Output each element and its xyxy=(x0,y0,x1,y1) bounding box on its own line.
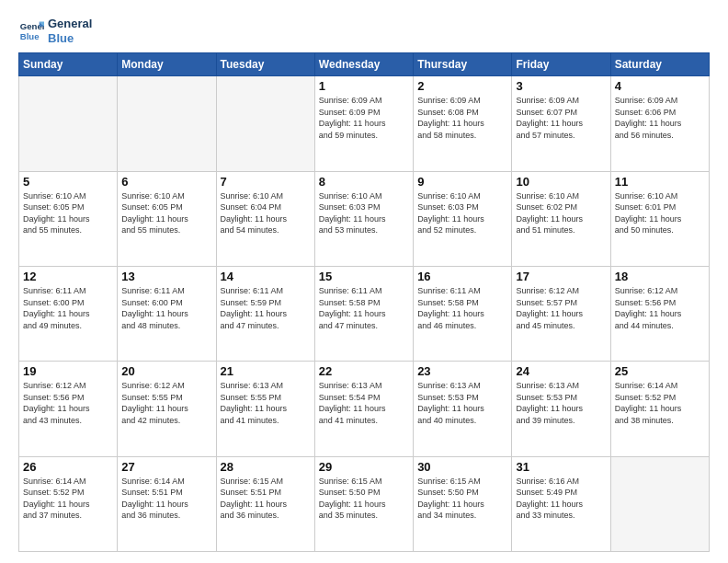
day-number: 25 xyxy=(615,364,705,378)
day-number: 28 xyxy=(221,460,311,474)
day-number: 17 xyxy=(516,270,606,283)
day-info: Sunrise: 6:10 AM Sunset: 6:05 PM Dayligh… xyxy=(121,190,211,236)
calendar-cell: 4Sunrise: 6:09 AM Sunset: 6:06 PM Daylig… xyxy=(610,76,709,171)
calendar-cell: 24Sunrise: 6:13 AM Sunset: 5:53 PM Dayli… xyxy=(512,362,610,456)
calendar-cell: 2Sunrise: 6:09 AM Sunset: 6:08 PM Daylig… xyxy=(414,76,512,171)
calendar-cell: 19Sunrise: 6:12 AM Sunset: 5:56 PM Dayli… xyxy=(19,362,118,456)
day-info: Sunrise: 6:10 AM Sunset: 6:02 PM Dayligh… xyxy=(516,190,606,236)
day-number: 24 xyxy=(516,364,606,378)
day-number: 16 xyxy=(417,270,507,283)
calendar-week-3: 12Sunrise: 6:11 AM Sunset: 6:00 PM Dayli… xyxy=(19,266,710,361)
day-info: Sunrise: 6:15 AM Sunset: 5:50 PM Dayligh… xyxy=(319,476,409,522)
day-number: 4 xyxy=(615,79,705,93)
day-number: 12 xyxy=(23,270,113,283)
day-info: Sunrise: 6:16 AM Sunset: 5:49 PM Dayligh… xyxy=(516,476,606,522)
calendar-cell: 27Sunrise: 6:14 AM Sunset: 5:51 PM Dayli… xyxy=(118,456,216,551)
day-number: 18 xyxy=(615,270,705,283)
weekday-header-row: SundayMondayTuesdayWednesdayThursdayFrid… xyxy=(19,53,710,76)
calendar-cell: 6Sunrise: 6:10 AM Sunset: 6:05 PM Daylig… xyxy=(118,171,216,266)
calendar-cell: 13Sunrise: 6:11 AM Sunset: 6:00 PM Dayli… xyxy=(118,266,216,361)
day-info: Sunrise: 6:13 AM Sunset: 5:54 PM Dayligh… xyxy=(319,380,409,426)
calendar-cell: 26Sunrise: 6:14 AM Sunset: 5:52 PM Dayli… xyxy=(19,456,118,551)
day-info: Sunrise: 6:11 AM Sunset: 5:58 PM Dayligh… xyxy=(319,285,409,331)
day-number: 7 xyxy=(221,175,311,189)
day-number: 20 xyxy=(121,364,211,378)
day-number: 6 xyxy=(121,175,211,189)
weekday-header-thursday: Thursday xyxy=(414,53,512,76)
day-info: Sunrise: 6:10 AM Sunset: 6:03 PM Dayligh… xyxy=(417,190,507,236)
day-info: Sunrise: 6:12 AM Sunset: 5:55 PM Dayligh… xyxy=(121,380,211,426)
calendar-cell xyxy=(216,76,314,171)
day-info: Sunrise: 6:13 AM Sunset: 5:53 PM Dayligh… xyxy=(516,380,606,426)
day-number: 14 xyxy=(221,270,311,283)
day-number: 13 xyxy=(121,270,211,283)
calendar-cell: 8Sunrise: 6:10 AM Sunset: 6:03 PM Daylig… xyxy=(314,171,413,266)
day-number: 2 xyxy=(417,79,507,93)
calendar-cell: 29Sunrise: 6:15 AM Sunset: 5:50 PM Dayli… xyxy=(314,456,413,551)
day-info: Sunrise: 6:10 AM Sunset: 6:01 PM Dayligh… xyxy=(615,190,705,236)
day-info: Sunrise: 6:15 AM Sunset: 5:51 PM Dayligh… xyxy=(221,476,311,522)
calendar-cell: 5Sunrise: 6:10 AM Sunset: 6:05 PM Daylig… xyxy=(19,171,118,266)
day-number: 11 xyxy=(615,175,705,189)
calendar-cell: 21Sunrise: 6:13 AM Sunset: 5:55 PM Dayli… xyxy=(216,362,314,456)
weekday-header-saturday: Saturday xyxy=(610,53,709,76)
calendar-cell: 15Sunrise: 6:11 AM Sunset: 5:58 PM Dayli… xyxy=(314,266,413,361)
day-info: Sunrise: 6:13 AM Sunset: 5:55 PM Dayligh… xyxy=(221,380,311,426)
logo: General Blue General Blue xyxy=(18,17,92,45)
calendar-cell: 23Sunrise: 6:13 AM Sunset: 5:53 PM Dayli… xyxy=(414,362,512,456)
day-info: Sunrise: 6:14 AM Sunset: 5:52 PM Dayligh… xyxy=(615,380,705,426)
calendar-table: SundayMondayTuesdayWednesdayThursdayFrid… xyxy=(18,52,710,552)
day-info: Sunrise: 6:12 AM Sunset: 5:57 PM Dayligh… xyxy=(516,285,606,331)
logo-icon: General Blue xyxy=(18,18,44,44)
calendar-cell: 1Sunrise: 6:09 AM Sunset: 6:09 PM Daylig… xyxy=(314,76,413,171)
day-number: 9 xyxy=(417,175,507,189)
header: General Blue General Blue xyxy=(18,17,710,45)
weekday-header-monday: Monday xyxy=(118,53,216,76)
calendar-cell: 18Sunrise: 6:12 AM Sunset: 5:56 PM Dayli… xyxy=(610,266,709,361)
day-number: 19 xyxy=(23,364,113,378)
calendar-cell: 25Sunrise: 6:14 AM Sunset: 5:52 PM Dayli… xyxy=(610,362,709,456)
weekday-header-wednesday: Wednesday xyxy=(314,53,413,76)
weekday-header-sunday: Sunday xyxy=(19,53,118,76)
day-info: Sunrise: 6:12 AM Sunset: 5:56 PM Dayligh… xyxy=(615,285,705,331)
day-info: Sunrise: 6:11 AM Sunset: 5:59 PM Dayligh… xyxy=(221,285,311,331)
day-info: Sunrise: 6:13 AM Sunset: 5:53 PM Dayligh… xyxy=(417,380,507,426)
day-info: Sunrise: 6:11 AM Sunset: 5:58 PM Dayligh… xyxy=(417,285,507,331)
day-info: Sunrise: 6:10 AM Sunset: 6:04 PM Dayligh… xyxy=(221,190,311,236)
calendar-cell: 14Sunrise: 6:11 AM Sunset: 5:59 PM Dayli… xyxy=(216,266,314,361)
svg-text:Blue: Blue xyxy=(20,30,40,40)
day-number: 1 xyxy=(319,79,409,93)
day-number: 22 xyxy=(319,364,409,378)
calendar-cell: 11Sunrise: 6:10 AM Sunset: 6:01 PM Dayli… xyxy=(610,171,709,266)
day-number: 29 xyxy=(319,460,409,474)
calendar-cell: 10Sunrise: 6:10 AM Sunset: 6:02 PM Dayli… xyxy=(512,171,610,266)
day-info: Sunrise: 6:11 AM Sunset: 6:00 PM Dayligh… xyxy=(23,285,113,331)
calendar-cell: 9Sunrise: 6:10 AM Sunset: 6:03 PM Daylig… xyxy=(414,171,512,266)
logo-text: General Blue xyxy=(48,17,92,45)
calendar-cell: 16Sunrise: 6:11 AM Sunset: 5:58 PM Dayli… xyxy=(414,266,512,361)
day-number: 8 xyxy=(319,175,409,189)
calendar-cell: 7Sunrise: 6:10 AM Sunset: 6:04 PM Daylig… xyxy=(216,171,314,266)
day-number: 21 xyxy=(221,364,311,378)
day-number: 5 xyxy=(23,175,113,189)
weekday-header-friday: Friday xyxy=(512,53,610,76)
day-number: 27 xyxy=(121,460,211,474)
weekday-header-tuesday: Tuesday xyxy=(216,53,314,76)
day-info: Sunrise: 6:11 AM Sunset: 6:00 PM Dayligh… xyxy=(121,285,211,331)
day-number: 31 xyxy=(516,460,606,474)
calendar-cell xyxy=(610,456,709,551)
day-info: Sunrise: 6:09 AM Sunset: 6:09 PM Dayligh… xyxy=(319,95,409,141)
calendar-week-4: 19Sunrise: 6:12 AM Sunset: 5:56 PM Dayli… xyxy=(19,362,710,456)
calendar-cell: 22Sunrise: 6:13 AM Sunset: 5:54 PM Dayli… xyxy=(314,362,413,456)
calendar-cell: 30Sunrise: 6:15 AM Sunset: 5:50 PM Dayli… xyxy=(414,456,512,551)
calendar-cell: 3Sunrise: 6:09 AM Sunset: 6:07 PM Daylig… xyxy=(512,76,610,171)
day-info: Sunrise: 6:15 AM Sunset: 5:50 PM Dayligh… xyxy=(417,476,507,522)
calendar-cell: 17Sunrise: 6:12 AM Sunset: 5:57 PM Dayli… xyxy=(512,266,610,361)
day-number: 15 xyxy=(319,270,409,283)
calendar-week-1: 1Sunrise: 6:09 AM Sunset: 6:09 PM Daylig… xyxy=(19,76,710,171)
day-number: 30 xyxy=(417,460,507,474)
calendar-cell xyxy=(118,76,216,171)
day-number: 26 xyxy=(23,460,113,474)
calendar-cell xyxy=(19,76,118,171)
day-info: Sunrise: 6:09 AM Sunset: 6:07 PM Dayligh… xyxy=(516,95,606,141)
